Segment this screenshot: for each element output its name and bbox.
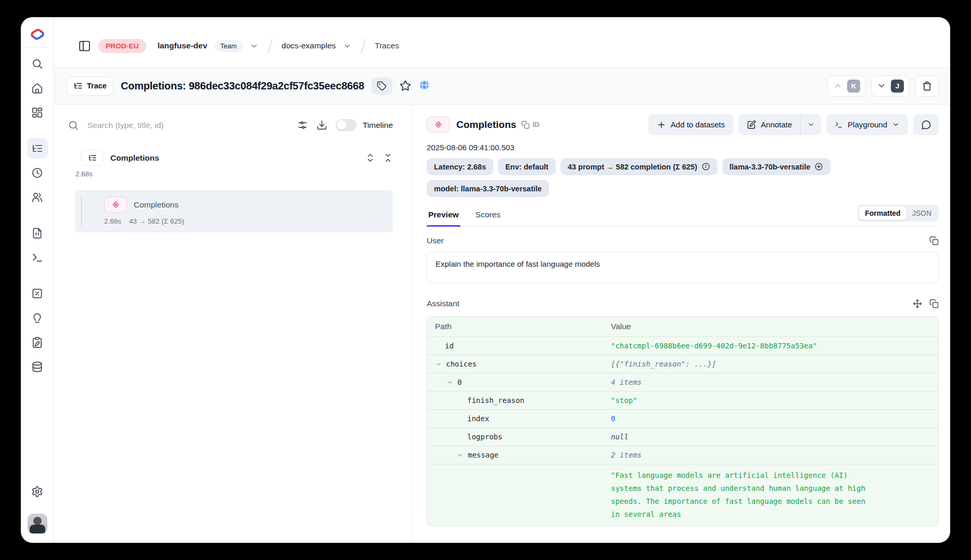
table-row: message 2 items	[427, 446, 938, 464]
public-share-button[interactable]	[418, 79, 430, 93]
breadcrumb-separator	[359, 38, 367, 54]
format-formatted[interactable]: Formatted	[859, 206, 906, 220]
tag-button[interactable]	[372, 77, 392, 95]
sidebar-item-sessions[interactable]	[27, 162, 48, 183]
copy-icon[interactable]	[929, 236, 939, 245]
sidebar-item-search[interactable]	[27, 53, 48, 74]
breadcrumb: PROD-EU langfuse-dev Team docs-examples …	[54, 17, 950, 67]
plus-circle-icon	[814, 162, 823, 171]
star-bookmark-button[interactable]	[400, 80, 411, 92]
view-settings-icon[interactable]	[297, 120, 308, 131]
sidebar-item-datasets[interactable]	[27, 356, 48, 377]
json-key: finish_reason	[427, 392, 611, 409]
json-key: index	[427, 410, 611, 427]
keyboard-shortcut-j: J	[891, 80, 904, 93]
sidebar-item-home[interactable]	[27, 77, 48, 98]
json-key: message	[468, 451, 499, 459]
next-trace-button[interactable]: J	[871, 75, 910, 97]
file-code-icon	[31, 227, 43, 239]
trace-node-badge	[81, 150, 104, 166]
panel-left-toggle-icon[interactable]	[78, 40, 91, 53]
move-icon[interactable]	[913, 299, 922, 308]
chevron-down-icon[interactable]	[343, 42, 352, 50]
star-icon	[400, 80, 411, 92]
format-json[interactable]: JSON	[906, 206, 937, 220]
playground-button[interactable]: Playground	[826, 114, 908, 135]
observation-title: Completions	[456, 119, 516, 131]
tag-icon	[377, 81, 387, 91]
observation-timestamp: 2025-08-06 09:41:00.503	[427, 143, 939, 152]
sidebar-item-prompts[interactable]	[27, 223, 48, 243]
clipboard-pen-icon	[31, 336, 43, 348]
annotate-button[interactable]: Annotate	[738, 114, 800, 135]
download-icon[interactable]	[316, 120, 327, 131]
dashboard-grid-icon	[31, 107, 43, 119]
nav-rail	[21, 17, 54, 543]
sidebar-item-insights[interactable]	[27, 307, 48, 328]
format-toggle: Formatted JSON	[858, 205, 939, 222]
token-usage-badge[interactable]: 43 prompt → 582 completion (Σ 625)	[560, 158, 718, 175]
generation-node-badge	[427, 116, 450, 133]
user-avatar[interactable]	[28, 514, 47, 533]
table-row: logprobs null	[427, 427, 938, 446]
timeline-toggle[interactable]	[336, 119, 356, 131]
breadcrumb-org[interactable]: langfuse-dev	[158, 41, 208, 50]
chevron-down-icon	[892, 121, 900, 128]
chat-bubble-icon	[921, 120, 931, 130]
sidebar-item-annotation-queues[interactable]	[27, 332, 48, 353]
value-column-header: Value	[611, 317, 938, 336]
globe-icon	[418, 79, 430, 93]
app-window: PROD-EU langfuse-dev Team docs-examples …	[21, 17, 950, 543]
langfuse-logo-icon[interactable]	[27, 25, 48, 43]
comments-button[interactable]	[913, 114, 939, 135]
collapse-all-icon[interactable]	[383, 153, 393, 163]
latency-badge: Latency: 2.68s	[427, 158, 493, 175]
info-icon	[701, 162, 710, 171]
search-input[interactable]	[87, 121, 289, 130]
trace-tree-panel: Timeline Completions 2.68s	[54, 105, 412, 543]
sidebar-item-tracing[interactable]	[27, 138, 48, 159]
copy-icon[interactable]	[929, 299, 939, 308]
add-to-datasets-button[interactable]: Add to datasets	[648, 114, 733, 135]
table-row: choices [{"finish_reason": ...}]	[427, 355, 938, 373]
sidebar-item-settings[interactable]	[27, 481, 48, 502]
chevron-down-icon[interactable]	[457, 452, 464, 459]
generation-flower-icon	[434, 120, 443, 129]
user-message-content: Explain the importance of fast language …	[427, 252, 939, 283]
detail-scroll-area[interactable]: User Explain the importance of fast lang…	[427, 227, 939, 528]
database-icon	[31, 361, 43, 373]
json-value: 2 items	[611, 446, 938, 464]
terminal-icon	[31, 252, 43, 264]
sidebar-item-users[interactable]	[27, 187, 48, 207]
sidebar-item-playground[interactable]	[27, 247, 48, 268]
breadcrumb-section[interactable]: Traces	[375, 41, 399, 50]
delete-trace-button[interactable]	[915, 75, 939, 97]
breadcrumb-project[interactable]: docs-examples	[282, 41, 336, 50]
sidebar-item-evaluation[interactable]	[27, 283, 48, 304]
json-value: 0	[611, 410, 938, 427]
chevron-down-icon[interactable]	[250, 42, 259, 50]
terminal-icon	[835, 121, 843, 129]
observation-duration: 2.68s	[104, 217, 121, 225]
users-icon	[31, 191, 43, 203]
annotate-dropdown-button[interactable]	[800, 114, 821, 135]
detail-tabs: Preview Scores Formatted JSON	[427, 205, 939, 227]
tree-root-row[interactable]: Completions	[75, 150, 393, 166]
chevron-down-icon	[807, 121, 815, 128]
chevron-down-icon[interactable]	[435, 361, 442, 368]
copy-id-button[interactable]: ID	[521, 121, 540, 129]
json-key	[427, 464, 611, 526]
prev-trace-button[interactable]: K	[827, 75, 866, 97]
list-tree-icon	[88, 153, 97, 162]
tab-scores[interactable]: Scores	[474, 206, 502, 226]
tab-preview[interactable]: Preview	[427, 206, 461, 226]
table-row: "Fast language models are artificial int…	[427, 464, 938, 526]
model-chip-badge[interactable]: llama-3.3-70b-versatile	[722, 158, 831, 175]
tree-observation-label: Completions	[134, 200, 178, 210]
trace-titlebar: Trace Completions: 986dec33c084f29a2cf57…	[54, 67, 950, 105]
tree-observation-row-selected[interactable]: Completions 2.68s 43 → 582 (Σ 625)	[75, 190, 393, 232]
sidebar-item-dashboards[interactable]	[27, 102, 48, 123]
chevron-down-icon[interactable]	[446, 379, 453, 386]
expand-all-icon[interactable]	[365, 153, 375, 163]
annotate-label: Annotate	[761, 120, 792, 129]
